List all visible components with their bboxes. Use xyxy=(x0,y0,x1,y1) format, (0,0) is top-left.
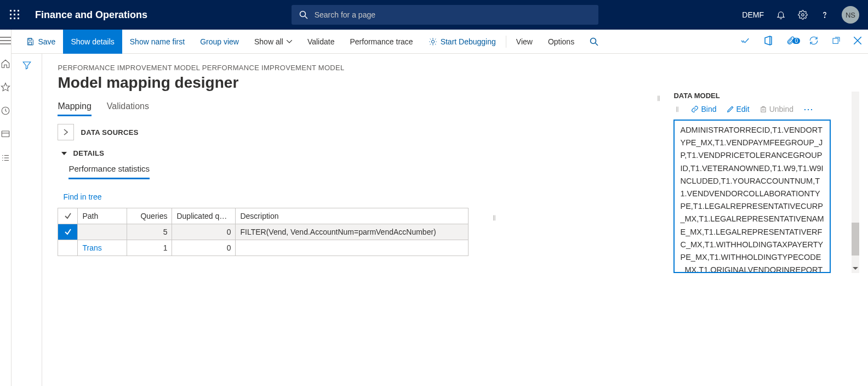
svg-point-12 xyxy=(824,17,825,18)
col-path[interactable]: Path xyxy=(78,208,127,224)
svg-rect-5 xyxy=(18,14,19,15)
start-debugging-button[interactable]: Start Debugging xyxy=(421,30,504,54)
pane-resize-handle[interactable]: ⦀ xyxy=(655,94,663,103)
refresh-icon[interactable] xyxy=(802,36,825,47)
details-header: DETAILS xyxy=(73,149,104,157)
row-checkbox[interactable] xyxy=(58,240,78,256)
popout-icon[interactable] xyxy=(825,36,847,47)
chevron-right-icon xyxy=(64,129,68,135)
svg-point-11 xyxy=(802,14,804,16)
svg-rect-34 xyxy=(761,107,766,112)
action-bar: Save Show details Show name first Group … xyxy=(12,30,868,54)
svg-rect-18 xyxy=(2,131,9,137)
options-menu[interactable]: Options xyxy=(540,30,582,54)
save-icon xyxy=(26,37,35,46)
svg-rect-26 xyxy=(29,38,32,40)
tab-validations[interactable]: Validations xyxy=(107,101,149,116)
performance-trace-button[interactable]: Performance trace xyxy=(342,30,420,54)
scroll-down-icon[interactable] xyxy=(852,264,859,273)
tab-mapping[interactable]: Mapping xyxy=(58,101,91,116)
svg-rect-7 xyxy=(14,18,15,19)
breadcrumb: PERFORMANCE IMPROVEMENT MODEL PERFORMANC… xyxy=(58,64,859,72)
unbind-button: Unbind xyxy=(760,105,793,113)
star-icon[interactable] xyxy=(1,82,10,94)
col-queries[interactable]: Queries xyxy=(127,208,172,224)
debug-icon xyxy=(429,37,437,46)
select-all-checkbox[interactable] xyxy=(58,208,78,224)
expand-datasources-button[interactable] xyxy=(58,124,74,140)
tabs: Mapping Validations xyxy=(58,101,644,116)
data-model-header: DATA MODEL xyxy=(673,92,841,100)
company-code[interactable]: DEMF xyxy=(742,10,764,19)
column-resize-handle[interactable]: ⦀ xyxy=(490,179,498,256)
svg-line-10 xyxy=(305,16,307,19)
find-button[interactable] xyxy=(582,30,606,54)
modules-icon[interactable] xyxy=(1,153,10,164)
bell-icon[interactable] xyxy=(776,10,786,20)
validate-button[interactable]: Validate xyxy=(300,30,342,54)
office-icon[interactable] xyxy=(757,36,779,47)
filter-icon[interactable] xyxy=(22,60,32,386)
edit-button[interactable]: Edit xyxy=(727,105,750,113)
nav-rail xyxy=(0,30,12,386)
svg-rect-6 xyxy=(10,18,12,19)
show-details-button[interactable]: Show details xyxy=(63,30,122,54)
chevron-down-icon xyxy=(287,40,292,43)
search-icon xyxy=(299,10,308,19)
more-icon[interactable]: ⋯ xyxy=(803,103,813,115)
table-row[interactable]: 5 0 FILTER(Vend, Vend.AccountNum=parmVen… xyxy=(58,224,469,240)
performance-grid: Path Queries Duplicated que… Description xyxy=(58,208,469,256)
data-sources-header: DATA SOURCES xyxy=(81,128,138,137)
help-icon[interactable] xyxy=(820,10,830,20)
home-icon[interactable] xyxy=(1,59,10,70)
app-header: Finance and Operations Search for a page… xyxy=(0,0,868,30)
hamburger-icon[interactable] xyxy=(0,36,11,47)
path-link[interactable]: Trans xyxy=(82,243,101,252)
search-icon xyxy=(590,37,598,46)
search-placeholder: Search for a page xyxy=(315,10,375,19)
ab-icon-1[interactable] xyxy=(734,36,757,47)
save-button[interactable]: Save xyxy=(18,30,63,54)
svg-line-30 xyxy=(596,43,598,46)
col-duplicated[interactable]: Duplicated que… xyxy=(172,208,236,224)
sql-preview[interactable]: ADMINISTRATORRECID,T1.VENDORTYPE_MX,T1.V… xyxy=(673,120,831,273)
group-view-button[interactable]: Group view xyxy=(192,30,247,54)
svg-rect-4 xyxy=(14,14,15,15)
svg-rect-31 xyxy=(833,38,838,43)
svg-rect-2 xyxy=(18,10,19,12)
user-avatar[interactable]: NS xyxy=(842,6,859,24)
find-in-tree-link[interactable]: Find in tree xyxy=(63,192,101,201)
show-name-first-button[interactable]: Show name first xyxy=(122,30,192,54)
view-menu[interactable]: View xyxy=(509,30,540,54)
attachments-icon[interactable]: 0 xyxy=(779,36,802,47)
bind-button[interactable]: Bind xyxy=(691,105,716,113)
svg-rect-8 xyxy=(18,18,19,19)
gear-icon[interactable] xyxy=(798,10,808,20)
table-row[interactable]: Trans 1 0 xyxy=(58,240,469,256)
row-checkbox[interactable] xyxy=(58,224,78,240)
actions-handle[interactable]: ⦀ xyxy=(673,105,681,114)
svg-rect-27 xyxy=(29,42,32,44)
waffle-icon[interactable] xyxy=(0,0,30,30)
recent-icon[interactable] xyxy=(1,106,10,117)
app-title: Finance and Operations xyxy=(30,9,147,21)
close-icon[interactable] xyxy=(847,37,868,46)
svg-marker-16 xyxy=(2,83,10,91)
svg-point-9 xyxy=(300,12,305,17)
page-title: Model mapping designer xyxy=(58,74,859,92)
svg-rect-3 xyxy=(10,14,12,15)
scrollbar-thumb[interactable] xyxy=(852,223,859,256)
svg-point-29 xyxy=(591,38,596,43)
tab-performance-statistics[interactable]: Performance statistics xyxy=(68,161,150,179)
svg-rect-0 xyxy=(10,10,12,12)
show-all-dropdown[interactable]: Show all xyxy=(247,30,300,54)
global-search[interactable]: Search for a page xyxy=(292,5,598,25)
svg-point-28 xyxy=(431,40,434,43)
caret-down-icon[interactable] xyxy=(61,151,67,156)
svg-rect-1 xyxy=(14,10,15,12)
workspace-icon[interactable] xyxy=(1,129,10,141)
col-description[interactable]: Description xyxy=(236,208,469,224)
